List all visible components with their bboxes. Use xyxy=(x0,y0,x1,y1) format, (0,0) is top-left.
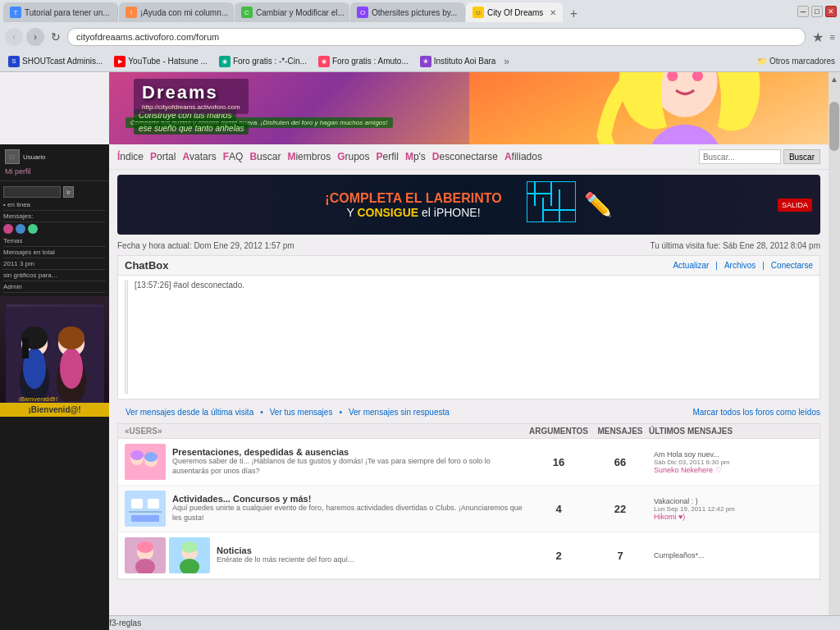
new-tab-button[interactable]: + xyxy=(564,6,583,22)
bookmark-youtube[interactable]: ▶ YouTube - Hatsune ... xyxy=(111,54,211,69)
forum-title-2[interactable]: Actividades... Concursos y más! xyxy=(172,494,526,504)
sidebar-item-mensajes: Mensajes: xyxy=(3,211,106,222)
forward-button[interactable]: › xyxy=(26,28,44,46)
nav-afiliados[interactable]: Afiliados xyxy=(504,151,542,162)
nav-faq[interactable]: FAQ xyxy=(223,151,244,162)
forum-ultimo-2: Vakacional : ) Lun Sep 19, 2011 12:42 pm… xyxy=(649,497,813,521)
tab-favicon-2: ! xyxy=(126,7,137,18)
ultimo-msg-3: Cumpleaños*... xyxy=(654,551,813,559)
minimize-button[interactable]: ─ xyxy=(797,6,809,17)
navigation-bar: Índice Portal Avatars FAQ Buscar Miembro… xyxy=(109,144,829,170)
nav-miembros[interactable]: Miembros xyxy=(287,151,331,162)
tab-close-1[interactable]: ✕ xyxy=(116,8,118,17)
banner-url: http://cityofdreams.activoforo.com xyxy=(142,103,240,111)
browser-titlebar: T Tutorial para tener un... ✕ ! ¡Ayuda c… xyxy=(0,0,840,23)
other-bookmarks-folder[interactable]: 📁 Otros marcadores xyxy=(757,57,835,66)
sidebar-search-button[interactable]: Ir xyxy=(63,186,74,198)
tools-menu-button[interactable]: ≡ xyxy=(830,32,835,42)
bookmark-favicon-5: ❀ xyxy=(420,56,431,67)
ultimo-msg-1: Am Hola soy nuev... xyxy=(654,450,813,459)
bookmark-label-3: Foro gratis : -*-Cin... xyxy=(233,57,307,66)
forum-desc-1: Queremos saber de ti... ¡Háblanos de tus… xyxy=(172,457,526,476)
forum-icon-img-1 xyxy=(125,444,166,480)
scroll-up-button[interactable]: ▲ xyxy=(829,72,839,85)
tab-ayuda[interactable]: ! ¡Ayuda con mi column... ✕ xyxy=(119,2,234,22)
nav-buscar[interactable]: Buscar xyxy=(249,151,281,162)
bookmark-shoutcast[interactable]: S SHOUTcast Adminis... xyxy=(5,54,106,69)
tab-tutorial[interactable]: T Tutorial para tener un... ✕ xyxy=(3,2,118,22)
sidebar-search-row: Ir xyxy=(3,186,106,198)
nav-avatars[interactable]: Avatars xyxy=(182,151,216,162)
chatbox-header: ChatBox Actualizar | Archivos | Conectar… xyxy=(118,256,819,276)
tab-favicon-4: O xyxy=(357,7,368,18)
bookmark-star-button[interactable]: ★ xyxy=(809,28,827,46)
tab-close-5[interactable]: ✕ xyxy=(550,8,556,17)
ad-banner[interactable]: ¡COMPLETA EL LABERINTO Y CONSIGUE el iPH… xyxy=(117,175,820,235)
sep2: • xyxy=(339,408,342,417)
forum-row-1-text: Presentaciones, despedidas & ausencias Q… xyxy=(172,447,526,476)
nav-portal[interactable]: Portal xyxy=(150,151,176,162)
nav-search-box: Buscar xyxy=(699,149,820,164)
dot-blue xyxy=(16,224,25,234)
header-col-msg: MENSAJES xyxy=(591,427,649,436)
bookmark-foro-amuto[interactable]: ◉ Foro gratis : Amuto... xyxy=(315,54,412,69)
bookmark-foro-cin[interactable]: ◉ Foro gratis : -*-Cin... xyxy=(216,54,310,69)
bookmarks-overflow-button[interactable]: » xyxy=(504,56,509,67)
noticias-icons xyxy=(125,537,210,573)
chatbox-archivos[interactable]: Archivos xyxy=(724,261,756,270)
chatbox-conectarse[interactable]: Conectarse xyxy=(771,261,813,270)
chatbox-divider xyxy=(125,281,128,394)
tab-othersites[interactable]: O Othersites pictures by... ✕ xyxy=(350,2,465,22)
close-button[interactable]: ✕ xyxy=(825,6,837,17)
restore-button[interactable]: □ xyxy=(811,6,823,17)
ultimo-date-1: Sáb Dic 03, 2011 8:30 pm xyxy=(654,459,813,466)
dot-pink xyxy=(3,224,13,234)
last-visit-prefix: Tu última visita fue: xyxy=(650,241,720,250)
nav-perfil[interactable]: Perfil xyxy=(377,151,399,162)
nav-indice[interactable]: Índice xyxy=(117,151,144,162)
nav-desconectarse[interactable]: Desconectarse xyxy=(432,151,498,162)
tab-cambiar[interactable]: C Cambiar y Modificar el... ✕ xyxy=(235,2,349,22)
scrollbar-thumb[interactable] xyxy=(829,102,839,151)
back-button[interactable]: ‹ xyxy=(5,28,23,46)
chatbox-messages: [13:57:26] #aol desconectado. xyxy=(135,281,813,394)
forum-args-3: 2 xyxy=(526,550,591,562)
address-bar[interactable]: cityofdreaams.activoforo.com/forum xyxy=(67,28,806,46)
scrollbar-right[interactable]: ▲ ▼ xyxy=(829,72,840,630)
sidebar-mini-content: Ir • en linea Mensajes: Temas Mensajes e… xyxy=(0,181,109,296)
chatbox-body: [13:57:26] #aol desconectado. ◢ xyxy=(118,276,819,399)
forum-row-1-main: Presentaciones, despedidas & ausencias Q… xyxy=(125,444,526,480)
sidebar-checkbox[interactable]: □ xyxy=(5,149,20,164)
nav-mps[interactable]: Mp's xyxy=(405,151,426,162)
maze-icon xyxy=(527,181,576,228)
forum-title-1[interactable]: Presentaciones, despedidas & ausencias xyxy=(172,447,526,457)
ultimo-user-1[interactable]: Suneko Nekehere ♡ xyxy=(654,466,813,474)
tab-close-4[interactable]: ✕ xyxy=(463,8,465,17)
sidebar-mi-perfil[interactable]: Mi perfil xyxy=(3,166,106,177)
forum-icon-1 xyxy=(125,444,166,480)
window-controls: ─ □ ✕ xyxy=(797,6,837,17)
refresh-button[interactable]: ↻ xyxy=(48,29,64,45)
link-marcar-todos[interactable]: Marcar todos los foros como leídos xyxy=(692,408,820,417)
ad-consigue: CONSIGUE xyxy=(357,206,418,219)
browser-tabs: T Tutorial para tener un... ✕ ! ¡Ayuda c… xyxy=(3,1,583,22)
ultimo-user-2[interactable]: Hikomi ♥) xyxy=(654,513,813,521)
tab-city-of-dreams[interactable]: 😊 City Of Dreams ✕ xyxy=(466,2,563,22)
sidebar-search-input[interactable] xyxy=(3,186,61,198)
link-tus-mensajes[interactable]: Ver tus mensajes xyxy=(270,408,333,417)
ad-line2: Y CONSIGUE el iPHONE! xyxy=(325,206,501,219)
forum-title-3[interactable]: Noticias xyxy=(217,546,354,555)
chatbox-actualizar[interactable]: Actualizar xyxy=(673,261,709,270)
bienvenido-label: ¡Bienvenid@! xyxy=(0,403,109,417)
link-desde-ultima[interactable]: Ver mensajes desde la última visita xyxy=(126,408,253,417)
nav-search-button[interactable]: Buscar xyxy=(783,149,820,164)
nav-search-input[interactable] xyxy=(699,149,781,164)
anime-image: ¡Bienvenid@! xyxy=(6,304,104,403)
link-sin-respuesta[interactable]: Ver mensajes sin respuesta xyxy=(349,408,450,417)
nav-grupos[interactable]: Grupos xyxy=(337,151,369,162)
bookmark-favicon-2: ▶ xyxy=(114,56,126,67)
table-row: Noticias Enérate de lo más reciente del … xyxy=(118,532,819,579)
svg-point-25 xyxy=(130,450,144,460)
forum-msgs-1: 66 xyxy=(591,456,649,468)
bookmark-instituto[interactable]: ❀ Instituto Aoi Bara xyxy=(417,54,500,69)
